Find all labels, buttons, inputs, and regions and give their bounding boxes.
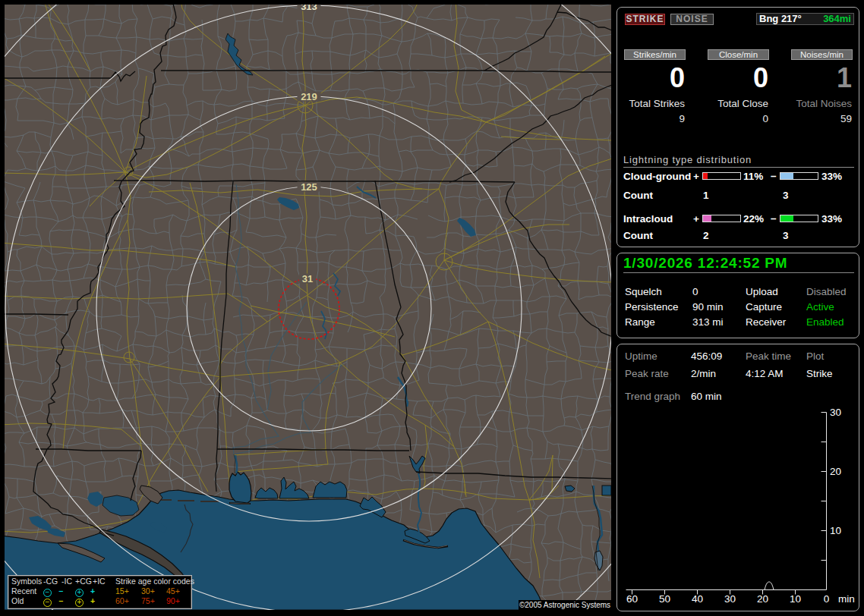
svg-text:20: 20 — [757, 593, 768, 605]
svg-text:125: 125 — [301, 181, 317, 193]
svg-text:10: 10 — [830, 525, 841, 536]
svg-text:60: 60 — [626, 593, 638, 605]
svg-text:30: 30 — [830, 407, 841, 418]
svg-text:219: 219 — [301, 91, 317, 102]
svg-text:40: 40 — [692, 593, 703, 605]
svg-text:min: min — [838, 593, 855, 605]
svg-text:30: 30 — [724, 593, 736, 605]
svg-text:0: 0 — [824, 593, 830, 605]
svg-text:20: 20 — [830, 466, 841, 477]
svg-text:31: 31 — [302, 273, 313, 284]
svg-text:50: 50 — [659, 593, 670, 605]
svg-text:10: 10 — [790, 593, 801, 605]
svg-text:313: 313 — [301, 5, 317, 12]
